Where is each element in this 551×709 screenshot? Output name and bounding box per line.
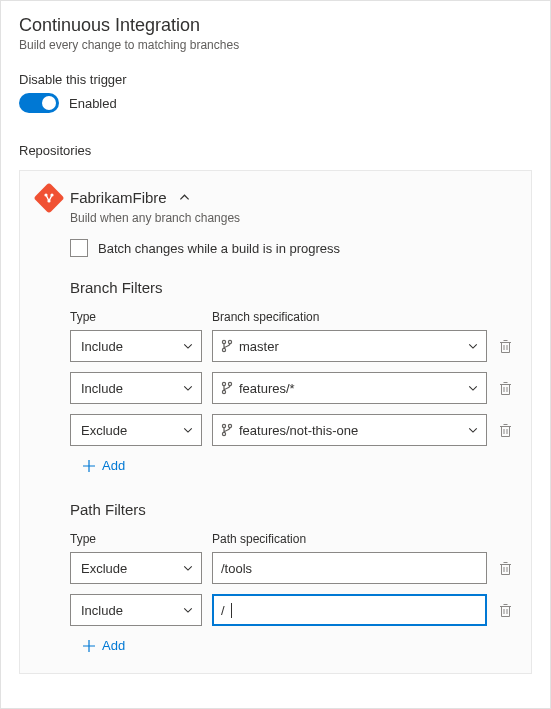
batch-changes-label: Batch changes while a build is in progre… <box>98 241 340 256</box>
branch-type-column: Type <box>70 310 212 324</box>
add-path-filter-button[interactable]: Add <box>82 638 513 653</box>
svg-point-9 <box>222 424 225 427</box>
branch-spec-value: features/not-this-one <box>239 423 358 438</box>
delete-icon[interactable] <box>497 603 513 618</box>
add-branch-filter-button[interactable]: Add <box>82 458 513 473</box>
branch-type-select[interactable]: Exclude <box>70 414 202 446</box>
path-type-column: Type <box>70 532 212 546</box>
branch-spec-column: Branch specification <box>212 310 513 324</box>
delete-icon[interactable] <box>497 423 513 438</box>
branch-filter-row: Exclude features/not-this-one <box>70 414 513 446</box>
branch-spec-input[interactable]: master <box>212 330 487 362</box>
repository-card: FabrikamFibre Build when any branch chan… <box>19 170 532 674</box>
delete-icon[interactable] <box>497 339 513 354</box>
branch-filter-row: Include features/* <box>70 372 513 404</box>
add-branch-label: Add <box>102 458 125 473</box>
branch-type-select[interactable]: Include <box>70 330 202 362</box>
path-spec-value: /tools <box>221 561 252 576</box>
svg-point-11 <box>222 432 225 435</box>
chevron-down-icon <box>468 425 478 435</box>
page-subtitle: Build every change to matching branches <box>19 38 532 52</box>
svg-point-8 <box>222 390 225 393</box>
branch-icon <box>221 381 233 395</box>
page-title: Continuous Integration <box>19 15 532 36</box>
branch-icon <box>221 339 233 353</box>
path-type-value: Exclude <box>81 561 127 576</box>
svg-point-7 <box>228 382 231 385</box>
chevron-down-icon <box>468 341 478 351</box>
repo-header[interactable]: FabrikamFibre <box>38 185 513 209</box>
branch-type-value: Include <box>81 339 123 354</box>
trigger-toggle[interactable] <box>19 93 59 113</box>
branch-spec-input[interactable]: features/not-this-one <box>212 414 487 446</box>
repositories-heading: Repositories <box>19 143 532 158</box>
svg-point-5 <box>222 348 225 351</box>
git-icon <box>33 182 64 213</box>
chevron-down-icon <box>183 563 193 573</box>
branch-filter-row: Include master <box>70 330 513 362</box>
repo-description: Build when any branch changes <box>70 211 513 225</box>
repo-name: FabrikamFibre <box>70 189 167 206</box>
path-spec-column: Path specification <box>212 532 513 546</box>
path-type-select[interactable]: Include <box>70 594 202 626</box>
branch-spec-input[interactable]: features/* <box>212 372 487 404</box>
chevron-down-icon <box>183 341 193 351</box>
plus-icon <box>82 459 96 473</box>
delete-icon[interactable] <box>497 561 513 576</box>
path-spec-value: / <box>221 603 225 618</box>
batch-changes-checkbox[interactable] <box>70 239 88 257</box>
chevron-down-icon <box>468 383 478 393</box>
branch-type-value: Include <box>81 381 123 396</box>
branch-icon <box>221 423 233 437</box>
path-filter-row: Exclude /tools <box>70 552 513 584</box>
branch-spec-value: master <box>239 339 279 354</box>
chevron-down-icon <box>183 605 193 615</box>
path-type-value: Include <box>81 603 123 618</box>
chevron-down-icon <box>183 425 193 435</box>
branch-spec-value: features/* <box>239 381 295 396</box>
svg-point-6 <box>222 382 225 385</box>
path-type-select[interactable]: Exclude <box>70 552 202 584</box>
add-path-label: Add <box>102 638 125 653</box>
path-filter-row: Include / <box>70 594 513 626</box>
chevron-down-icon <box>183 383 193 393</box>
trigger-toggle-state: Enabled <box>69 96 117 111</box>
svg-point-10 <box>228 424 231 427</box>
disable-trigger-label: Disable this trigger <box>19 72 532 87</box>
path-filters-heading: Path Filters <box>70 501 513 518</box>
branch-filters-heading: Branch Filters <box>70 279 513 296</box>
delete-icon[interactable] <box>497 381 513 396</box>
svg-point-4 <box>228 340 231 343</box>
path-spec-input[interactable]: /tools <box>212 552 487 584</box>
svg-point-3 <box>222 340 225 343</box>
plus-icon <box>82 639 96 653</box>
chevron-up-icon <box>179 192 190 203</box>
branch-type-value: Exclude <box>81 423 127 438</box>
path-spec-input[interactable]: / <box>212 594 487 626</box>
branch-type-select[interactable]: Include <box>70 372 202 404</box>
